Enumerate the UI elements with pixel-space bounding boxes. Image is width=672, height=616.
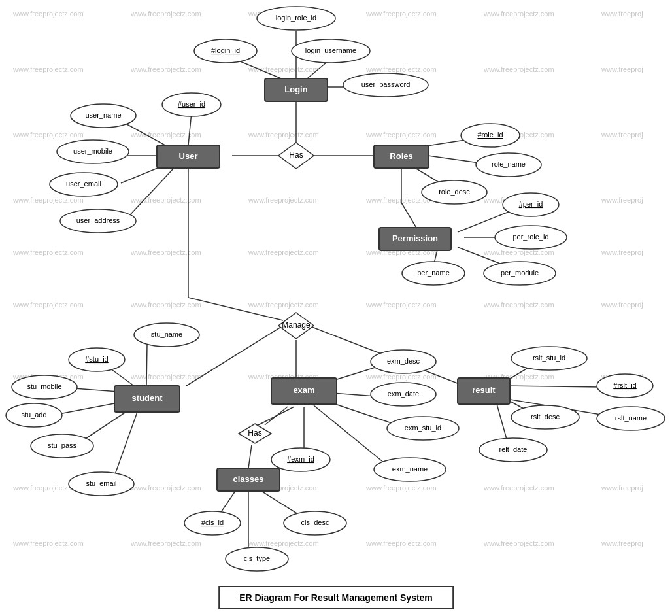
entity-exam: exam — [271, 378, 337, 404]
svg-text:Has: Has — [248, 428, 261, 437]
attr-user-mobile: user_mobile — [57, 140, 129, 163]
attr-rslt-stu-id: rslt_stu_id — [511, 347, 587, 370]
relationship-has2: Has — [239, 424, 271, 443]
svg-text:Has: Has — [289, 150, 303, 160]
entity-result: result — [458, 378, 510, 404]
attr-user-password: user_password — [343, 73, 428, 97]
svg-text:role_desc: role_desc — [439, 188, 470, 196]
svg-text:stu_add: stu_add — [21, 411, 46, 419]
svg-text:cls_type: cls_type — [244, 555, 270, 562]
attr-login-role-id: login_role_id — [257, 7, 335, 30]
svg-text:exm_desc: exm_desc — [387, 357, 420, 365]
svg-text:Permission: Permission — [392, 233, 438, 243]
attr-per-id: #per_id — [503, 193, 559, 216]
attr-rslt-name: rslt_name — [597, 407, 665, 430]
svg-text:rslt_desc: rslt_desc — [531, 413, 560, 420]
attr-per-name: per_name — [402, 262, 465, 285]
svg-text:user_email: user_email — [66, 180, 101, 188]
relationship-has1: Has — [278, 143, 314, 169]
entity-login: Login — [265, 78, 328, 101]
svg-text:student: student — [132, 393, 163, 403]
entity-permission: Permission — [379, 228, 451, 250]
svg-line-23 — [186, 326, 283, 386]
svg-line-31 — [114, 412, 137, 476]
svg-text:stu_email: stu_email — [86, 479, 116, 487]
svg-text:login_role_id: login_role_id — [276, 14, 316, 22]
svg-text:stu_mobile: stu_mobile — [27, 383, 61, 390]
attr-user-id: #user_id — [162, 93, 221, 116]
attr-per-module: per_module — [484, 262, 556, 285]
svg-text:cls_desc: cls_desc — [301, 519, 329, 526]
attr-exm-id: #exm_id — [271, 448, 330, 471]
svg-line-22 — [188, 298, 283, 320]
attr-login-username: login_username — [292, 39, 370, 63]
attr-exm-date: exm_date — [371, 383, 436, 406]
svg-line-11 — [126, 169, 173, 220]
entity-classes: classes — [217, 468, 280, 491]
svg-text:#login_id: #login_id — [211, 46, 240, 54]
svg-text:stu_pass: stu_pass — [48, 441, 77, 449]
diagram-title: ER Diagram For Result Management System — [218, 586, 454, 609]
svg-line-1 — [234, 59, 281, 78]
svg-text:#cls_id: #cls_id — [201, 519, 224, 526]
attr-stu-mobile: stu_mobile — [12, 375, 77, 399]
svg-text:#exm_id: #exm_id — [287, 455, 314, 463]
svg-text:#role_id: #role_id — [477, 131, 503, 139]
attr-stu-name: stu_name — [134, 323, 199, 347]
svg-text:per_role_id: per_role_id — [512, 233, 548, 241]
svg-text:Roles: Roles — [390, 151, 412, 161]
svg-text:user_name: user_name — [85, 111, 121, 119]
svg-line-44 — [258, 407, 294, 425]
relationship-manage: Manage — [278, 313, 314, 339]
svg-text:exm_date: exm_date — [388, 390, 419, 398]
svg-line-38 — [503, 386, 601, 387]
attr-stu-email: stu_email — [69, 472, 134, 496]
svg-line-8 — [121, 121, 170, 148]
attr-relt-date: relt_date — [479, 438, 547, 462]
attr-rslt-id: #rslt_id — [597, 374, 653, 398]
attr-role-name: role_name — [476, 153, 541, 177]
svg-text:result: result — [472, 385, 496, 395]
svg-text:login_username: login_username — [305, 46, 356, 54]
svg-text:User: User — [179, 151, 198, 161]
er-diagram: Login User Roles Permission student exam… — [0, 0, 672, 589]
svg-line-43 — [248, 445, 252, 468]
svg-text:Login: Login — [284, 84, 307, 94]
svg-line-16 — [401, 203, 417, 229]
svg-text:#rslt_id: #rslt_id — [613, 381, 636, 389]
svg-text:classes: classes — [233, 474, 264, 484]
attr-cls-type: cls_type — [226, 547, 288, 571]
attr-exm-desc: exm_desc — [371, 350, 436, 373]
svg-text:user_password: user_password — [361, 80, 411, 88]
svg-text:rslt_stu_id: rslt_stu_id — [533, 354, 565, 362]
svg-text:per_name: per_name — [417, 269, 450, 277]
attr-role-desc: role_desc — [422, 180, 487, 204]
svg-text:#user_id: #user_id — [178, 100, 205, 108]
svg-text:Manage: Manage — [282, 320, 311, 330]
svg-text:exm_name: exm_name — [392, 465, 428, 473]
svg-text:exam: exam — [293, 385, 314, 395]
attr-role-id: #role_id — [461, 124, 520, 147]
svg-text:per_module: per_module — [501, 269, 539, 277]
entity-roles: Roles — [374, 145, 429, 168]
svg-text:relt_date: relt_date — [499, 445, 528, 453]
attr-stu-add: stu_add — [6, 403, 62, 427]
attr-per-role-id: per_role_id — [495, 226, 567, 249]
attr-exm-name: exm_name — [374, 458, 446, 481]
svg-line-26 — [146, 345, 147, 386]
attr-cls-desc: cls_desc — [284, 511, 346, 535]
svg-text:user_mobile: user_mobile — [73, 147, 112, 155]
attr-user-email: user_email — [50, 173, 118, 196]
attr-cls-id: #cls_id — [184, 511, 241, 535]
svg-line-13 — [428, 156, 484, 163]
svg-text:stu_name: stu_name — [151, 330, 182, 338]
attr-rslt-desc: rslt_desc — [511, 405, 579, 429]
entity-student: student — [114, 386, 180, 412]
attr-login-id: #login_id — [194, 39, 257, 63]
svg-text:user_address: user_address — [76, 216, 120, 224]
svg-text:#per_id: #per_id — [519, 200, 543, 208]
attr-user-address: user_address — [60, 209, 136, 233]
attr-stu-id: #stu_id — [69, 348, 125, 371]
svg-text:exm_stu_id: exm_stu_id — [405, 424, 441, 432]
attr-exm-stu-id: exm_stu_id — [387, 417, 459, 440]
